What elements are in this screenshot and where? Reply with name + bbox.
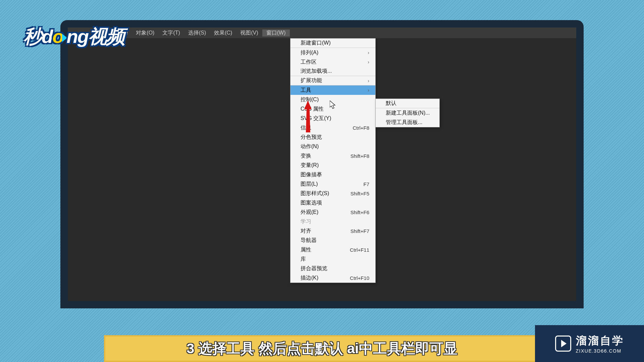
submenu-item[interactable]: 默认 (376, 99, 439, 108)
menu-item-label: SVG 交互(Y) (301, 115, 331, 122)
menu-item-label: 对齐 (301, 228, 311, 235)
menu-shortcut: Shift+F7 (351, 228, 369, 234)
brand-title: 溜溜自学 (576, 334, 624, 348)
menu-item-label: 外观(E) (301, 209, 318, 216)
menu-item-label: 排列(A) (301, 49, 318, 56)
menu-view[interactable]: 视图(V) (236, 29, 262, 37)
watermark-logo: 秒dong视频 (23, 24, 124, 50)
window-menu-dropdown[interactable]: 新建窗口(W)排列(A)›工作区›浏览加载项...扩展功能›工具›控制(C)CS… (290, 38, 376, 283)
menu-item[interactable]: SVG 交互(Y) (290, 114, 375, 123)
menu-shortcut: Shift+F8 (351, 153, 369, 159)
menu-item[interactable]: 新建窗口(W) (290, 39, 375, 48)
menu-item[interactable]: 变量(R) (290, 161, 375, 170)
menu-item-label: 变换 (301, 153, 311, 160)
menu-item[interactable]: 属性Ctrl+F11 (290, 245, 375, 254)
brand-play-icon (555, 336, 571, 352)
menu-item-label: 浏览加载项... (301, 68, 332, 75)
menu-item-label: 工具 (301, 87, 311, 94)
menu-item[interactable]: 图案选项 (290, 198, 375, 207)
menu-item[interactable]: 图层(L)F7 (290, 179, 375, 189)
menu-item[interactable]: 图形样式(S)Shift+F5 (290, 189, 375, 198)
menu-item[interactable]: 工作区› (290, 57, 375, 67)
submenu-item-label: 管理工具面板... (386, 119, 422, 126)
menu-item[interactable]: 描边(K)Ctrl+F10 (290, 273, 375, 283)
caption-text: 3 选择工具 然后点击默认 ai中工具栏即可显 (186, 339, 457, 358)
menu-effect[interactable]: 效果(C) (210, 29, 236, 37)
menu-item-label: 描边(K) (301, 275, 318, 282)
menu-item-label: 分色预览 (301, 134, 322, 141)
submenu-item[interactable]: 管理工具面板... (376, 118, 439, 127)
menu-item[interactable]: 排列(A)› (290, 48, 375, 57)
chevron-right-icon: › (368, 87, 369, 93)
menu-item-label: 图形样式(S) (301, 190, 329, 197)
menu-item[interactable]: 分色预览 (290, 132, 375, 142)
menu-shortcut: Ctrl+F10 (350, 275, 369, 281)
monitor-frame: 辑(E) 对象(O) 文字(T) 选择(S) 效果(C) 视图(V) 窗口(W)… (60, 20, 584, 308)
menu-bar[interactable]: 辑(E) 对象(O) 文字(T) 选择(S) 效果(C) 视图(V) 窗口(W) (68, 27, 576, 38)
menu-item-label: 图案选项 (301, 199, 322, 206)
menu-item-label: 图层(L) (301, 181, 318, 188)
menu-item-label: 属性 (301, 246, 311, 253)
menu-item[interactable]: 库 (290, 254, 375, 264)
menu-shortcut: Shift+F6 (351, 209, 369, 215)
caption-banner: 3 选择工具 然后点击默认 ai中工具栏即可显 (104, 335, 540, 362)
menu-item-label: 工作区 (301, 59, 317, 66)
menu-item[interactable]: 扩展功能› (290, 76, 375, 85)
menu-select[interactable]: 选择(S) (184, 29, 210, 37)
menu-item-label: 学习 (301, 218, 311, 225)
menu-item[interactable]: 学习 (290, 217, 375, 226)
menu-window[interactable]: 窗口(W) (262, 29, 290, 37)
chevron-right-icon: › (368, 78, 369, 83)
menu-item-label: 拼合器预览 (301, 265, 327, 272)
menu-item-label: CSS 属性 (301, 106, 324, 113)
submenu-item-label: 新建工具面板(N)... (386, 110, 430, 117)
menu-object[interactable]: 对象(O) (132, 29, 158, 37)
menu-item[interactable]: 导航器 (290, 236, 375, 245)
menu-item[interactable]: 工具› (290, 85, 375, 95)
menu-item-label: 新建窗口(W) (301, 40, 331, 47)
submenu-item[interactable]: 新建工具面板(N)... (376, 108, 439, 118)
menu-item-label: 动作(N) (301, 143, 319, 150)
chevron-right-icon: › (368, 59, 369, 65)
menu-item[interactable]: 信息Ctrl+F8 (290, 123, 375, 132)
menu-item-label: 图像描摹 (301, 171, 322, 178)
tools-submenu[interactable]: 默认新建工具面板(N)...管理工具面板... (375, 99, 440, 127)
app-screen: 辑(E) 对象(O) 文字(T) 选择(S) 效果(C) 视图(V) 窗口(W)… (68, 27, 576, 301)
menu-item[interactable]: 控制(C) (290, 95, 375, 104)
menu-item[interactable]: CSS 属性 (290, 104, 375, 114)
menu-item[interactable]: 拼合器预览 (290, 264, 375, 273)
brand-url: ZIXUE.3D66.COM (576, 348, 622, 354)
menu-item-label: 扩展功能 (301, 77, 322, 84)
menu-item[interactable]: 对齐Shift+F7 (290, 226, 375, 236)
menu-item[interactable]: 图像描摹 (290, 170, 375, 179)
menu-item-label: 导航器 (301, 237, 317, 244)
menu-item[interactable]: 变换Shift+F8 (290, 151, 375, 161)
menu-item-label: 变量(R) (301, 162, 319, 169)
menu-item-label: 信息 (301, 124, 311, 131)
menu-item-label: 控制(C) (301, 96, 319, 103)
menu-item[interactable]: 动作(N) (290, 142, 375, 151)
chevron-right-icon: › (368, 50, 369, 55)
menu-shortcut: Shift+F5 (351, 191, 369, 196)
menu-item-label: 库 (301, 256, 306, 263)
menu-shortcut: Ctrl+F8 (353, 125, 369, 131)
menu-item[interactable]: 浏览加载项... (290, 67, 375, 76)
menu-text[interactable]: 文字(T) (158, 29, 184, 37)
menu-shortcut: F7 (363, 181, 369, 187)
menu-shortcut: Ctrl+F11 (350, 247, 369, 253)
brand-badge: 溜溜自学 ZIXUE.3D66.COM (535, 325, 644, 362)
menu-item[interactable]: 外观(E)Shift+F6 (290, 207, 375, 217)
submenu-item-label: 默认 (386, 100, 396, 107)
